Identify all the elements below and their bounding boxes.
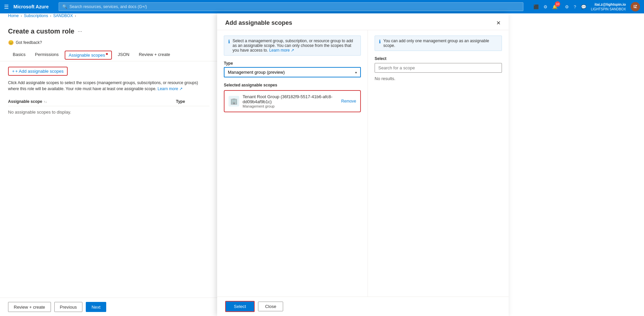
hamburger-icon[interactable]: ☰ <box>4 4 9 10</box>
portal-settings-icon[interactable]: ⚙ <box>543 4 548 9</box>
dialog-footer: Select Close <box>217 297 509 316</box>
topbar-actions: ⬛ ⚙ 🔔 10 ⚙ ? 💬 itai.z@lightspin.io LIGHT… <box>533 2 640 11</box>
feedback-smiley-icon: 😊 <box>8 40 14 45</box>
tab-assignable-scopes[interactable]: Assignable scopes <box>65 51 112 60</box>
tab-permissions[interactable]: Permissions <box>30 49 63 61</box>
add-assignable-scopes-button[interactable]: + + Add assignable scopes <box>8 67 68 76</box>
user-tenant: LIGHTSPIN SANDBOX <box>591 7 626 11</box>
type-label: Type <box>224 61 361 66</box>
tab-json[interactable]: JSON <box>113 49 134 61</box>
page-header-ellipsis[interactable]: ··· <box>78 28 82 35</box>
feedback-icon[interactable]: 💬 <box>581 4 586 9</box>
info-icon-right: ℹ <box>379 39 381 44</box>
global-search[interactable]: 🔍 Search resources, services, and docs (… <box>59 2 523 11</box>
search-placeholder: Search resources, services, and docs (G+… <box>69 4 147 9</box>
app-logo: Microsoft Azure <box>13 4 49 9</box>
notification-count: 10 <box>555 1 560 7</box>
topbar: ☰ Microsoft Azure 🔍 Search resources, se… <box>0 0 644 13</box>
no-data-message: No assignable scopes to display. <box>8 106 209 118</box>
dialog-right: ℹ You can add only one management group … <box>368 30 509 297</box>
sort-icon[interactable]: ↑↓ <box>44 100 47 104</box>
select-button[interactable]: Select <box>225 301 255 312</box>
dialog-info-text: Select a management group, subscription,… <box>233 39 357 53</box>
selected-label: Selected assignable scopes <box>224 83 361 87</box>
main-container: Home › Subscriptions › SANDBOX › Create … <box>0 13 644 316</box>
feedback-text[interactable]: Got feedback? <box>16 40 42 45</box>
breadcrumb-sep-2: › <box>50 14 51 18</box>
bottom-bar: Review + create Previous Next <box>0 298 217 316</box>
breadcrumb-sandbox[interactable]: SANDBOX <box>53 13 73 18</box>
feedback-bar: 😊 Got feedback? <box>0 39 217 49</box>
remove-link[interactable]: Remove <box>341 99 356 104</box>
dialog-learn-more-link[interactable]: Learn more ↗ <box>269 48 294 53</box>
col-scope-label: Assignable scope <box>8 99 42 104</box>
no-results-text: No results. <box>375 76 502 81</box>
user-email: itai.z@lightspin.io <box>594 2 626 7</box>
scope-search-input[interactable] <box>375 63 502 73</box>
tabs: Basics Permissions Assignable scopes JSO… <box>0 49 217 61</box>
type-select[interactable]: Management group (preview) Subscription … <box>224 68 360 77</box>
review-create-button[interactable]: Review + create <box>8 302 51 312</box>
scope-name: Tenant Root Group (36f182f9-5517-41b6-af… <box>243 94 338 104</box>
left-panel: Home › Subscriptions › SANDBOX › Create … <box>0 13 218 316</box>
dialog-title: Add assignable scopes <box>225 19 292 26</box>
next-button[interactable]: Next <box>86 302 106 312</box>
dialog-body: ℹ Select a management group, subscriptio… <box>217 30 509 297</box>
scope-sub: Management group <box>243 104 338 108</box>
dialog-right-info-bar: ℹ You can add only one management group … <box>375 36 502 51</box>
breadcrumb-subscriptions[interactable]: Subscriptions <box>24 13 48 18</box>
tab-dot <box>106 53 108 55</box>
settings-icon[interactable]: ⚙ <box>565 4 569 9</box>
search-input-wrapper <box>375 63 502 73</box>
dialog-panel: Add assignable scopes ✕ ℹ Select a manag… <box>217 13 509 316</box>
search-icon: 🔍 <box>62 4 67 9</box>
page-title: Create a custom role <box>8 27 74 35</box>
user-info[interactable]: itai.z@lightspin.io LIGHTSPIN SANDBOX <box>591 2 626 11</box>
type-select-wrapper: Management group (preview) Subscription … <box>224 67 361 77</box>
close-icon[interactable]: ✕ <box>496 20 501 26</box>
avatar[interactable]: IZ <box>631 2 640 11</box>
tab-basics[interactable]: Basics <box>8 49 30 61</box>
info-icon: ℹ <box>228 39 230 44</box>
dialog-info-bar: ℹ Select a management group, subscriptio… <box>224 36 361 56</box>
dialog-left: ℹ Select a management group, subscriptio… <box>217 30 368 297</box>
breadcrumb-sep-1: › <box>21 14 22 18</box>
table-header: Assignable scope ↑↓ Type <box>8 97 209 106</box>
breadcrumb-home[interactable]: Home <box>8 13 19 18</box>
select-label: Select <box>375 56 502 61</box>
tab-review-create[interactable]: Review + create <box>134 49 175 61</box>
col-type-label: Type <box>176 99 209 104</box>
plus-icon: + <box>12 69 15 74</box>
breadcrumb: Home › Subscriptions › SANDBOX › <box>0 13 217 21</box>
description-text: Click Add assignable scopes to select th… <box>8 80 209 92</box>
close-dialog-button[interactable]: Close <box>258 302 283 311</box>
scope-details: Tenant Root Group (36f182f9-5517-41b6-af… <box>243 94 338 108</box>
cloud-shell-icon[interactable]: ⬛ <box>533 4 539 9</box>
scope-item: 🏢 Tenant Root Group (36f182f9-5517-41b6-… <box>224 90 361 112</box>
right-info-text: You can add only one management group as… <box>383 39 498 48</box>
previous-button[interactable]: Previous <box>54 302 83 312</box>
page-header: Create a custom role ··· <box>0 21 217 39</box>
dialog-header: Add assignable scopes ✕ <box>217 13 509 30</box>
breadcrumb-sep-3: › <box>75 14 76 18</box>
content-area: + + Add assignable scopes Click Add assi… <box>0 61 217 298</box>
help-icon[interactable]: ? <box>574 4 576 9</box>
management-group-icon: 🏢 <box>229 96 239 107</box>
learn-more-link[interactable]: Learn more ↗ <box>157 86 183 91</box>
